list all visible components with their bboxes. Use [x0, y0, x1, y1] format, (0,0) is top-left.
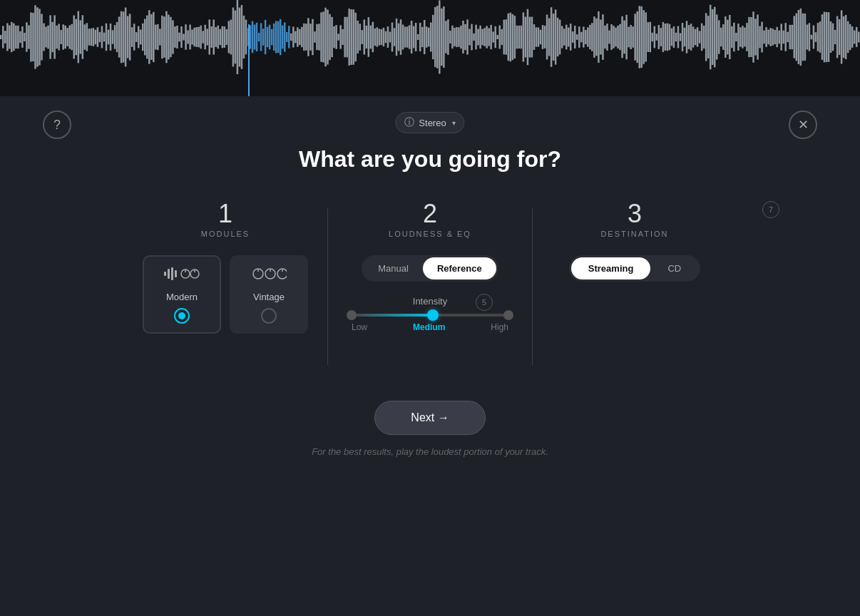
- next-label: Next →: [411, 411, 449, 424]
- wizard-title: What are you going for?: [299, 146, 561, 173]
- svg-rect-2: [171, 267, 173, 280]
- step2-label: LOUDNESS & EQ: [389, 230, 471, 238]
- modern-radio: [174, 308, 190, 324]
- hint-text: For the best results, play the loudest p…: [312, 446, 548, 457]
- module-card-modern[interactable]: Modern: [143, 255, 221, 334]
- step-modules: 1 MODULES: [123, 201, 327, 334]
- step-badge-7: 7: [762, 201, 779, 218]
- vintage-icon: [251, 266, 287, 286]
- close-button[interactable]: ✕: [789, 111, 817, 139]
- loudness-toggle: Manual Reference: [362, 255, 498, 282]
- slider-thumb-center: [427, 309, 439, 321]
- step-destination: 3 DESTINATION Streaming CD 5 7: [533, 201, 737, 282]
- help-button[interactable]: ?: [43, 111, 71, 139]
- stereo-label: Stereo: [419, 118, 446, 128]
- slider-fill: [352, 314, 438, 317]
- playhead: [248, 24, 250, 96]
- toggle-reference[interactable]: Reference: [423, 257, 496, 279]
- label-high: High: [491, 322, 508, 332]
- step1-number: 1: [218, 201, 232, 227]
- next-button[interactable]: Next →: [374, 401, 485, 435]
- intensity-slider[interactable]: [352, 314, 508, 317]
- stereo-info-icon: ⓘ: [404, 116, 414, 129]
- destination-toggle: Streaming CD: [569, 255, 700, 282]
- main-area: ? ✕ ⓘ Stereo ▾ What are you going for? 1…: [0, 96, 860, 616]
- modern-label: Modern: [166, 292, 198, 302]
- step-loudness: 2 LOUDNESS & EQ Manual Reference Intensi…: [328, 201, 532, 332]
- waveform-canvas: [0, 0, 860, 75]
- modern-radio-inner: [178, 312, 185, 319]
- svg-rect-1: [168, 269, 170, 279]
- label-medium: Medium: [413, 322, 445, 332]
- step1-content: Modern: [138, 255, 313, 334]
- vintage-radio: [261, 308, 277, 324]
- step1-label: MODULES: [201, 230, 250, 238]
- wizard-steps: 1 MODULES: [123, 201, 737, 365]
- modern-icon: [164, 266, 200, 286]
- toggle-manual[interactable]: Manual: [364, 257, 423, 279]
- module-cards: Modern: [143, 255, 308, 334]
- slider-thumb-right: [503, 310, 513, 320]
- step2-content: Manual Reference Intensity: [342, 255, 518, 332]
- svg-rect-0: [164, 272, 166, 276]
- dest-streaming[interactable]: Streaming: [571, 257, 651, 279]
- svg-rect-3: [175, 270, 177, 277]
- chevron-down-icon: ▾: [452, 119, 456, 127]
- vintage-label: Vintage: [253, 292, 285, 302]
- stereo-selector[interactable]: ⓘ Stereo ▾: [395, 112, 464, 133]
- step3-number: 3: [628, 201, 642, 227]
- slider-thumb-left: [347, 310, 357, 320]
- step2-number: 2: [423, 201, 437, 227]
- waveform-container: // Will be generated inline 10:40 11:00 …: [0, 0, 860, 96]
- module-card-vintage[interactable]: Vintage: [230, 255, 308, 334]
- slider-labels: Low Medium High: [352, 322, 508, 332]
- slider-track: [352, 314, 508, 317]
- step3-content: Streaming CD: [547, 255, 722, 282]
- step-badge-5: 5: [476, 294, 493, 311]
- label-low: Low: [352, 322, 367, 332]
- step3-label: DESTINATION: [600, 230, 668, 238]
- dest-cd[interactable]: CD: [650, 257, 698, 279]
